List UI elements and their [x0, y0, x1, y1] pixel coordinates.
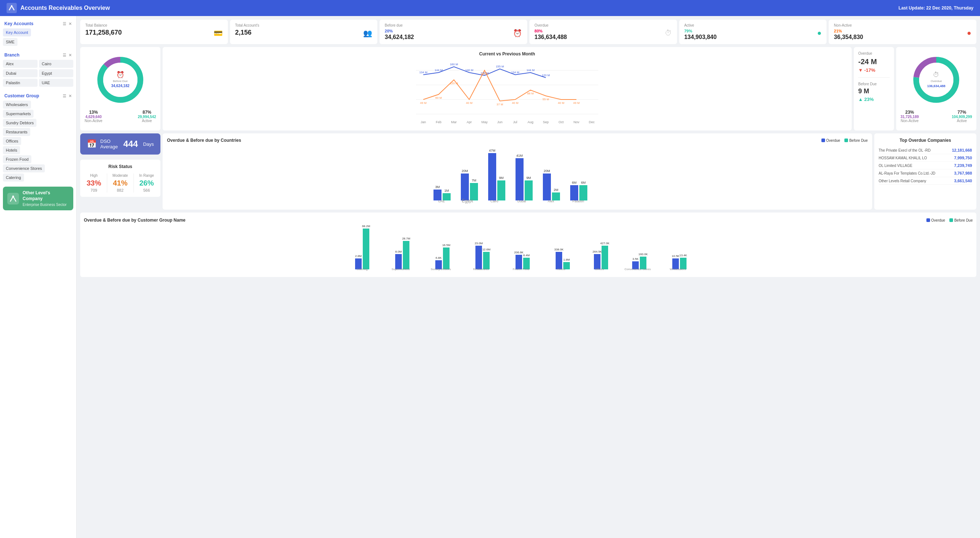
sme-btn[interactable]: SME [3, 38, 18, 46]
branch-palastin[interactable]: Palastin [3, 79, 38, 87]
svg-text:160 M: 160 M [450, 63, 458, 66]
branch-grid: Alex Cairo Dubai Egypt Palastin UAE [0, 59, 76, 89]
svg-rect-102 [515, 255, 522, 269]
svg-text:40 M: 40 M [512, 101, 519, 105]
svg-text:Jul: Jul [513, 120, 517, 124]
svg-text:134 M: 134 M [419, 71, 428, 74]
svg-text:20M: 20M [544, 169, 550, 173]
before-due-donut-card: ⏰ Before Due 34,624,182 13% 4,629,640 No… [80, 47, 161, 131]
cg-wholesalers[interactable]: Wholesalers [3, 100, 31, 108]
svg-rect-97 [476, 246, 482, 269]
branch-icons: ☰ ✕ [63, 53, 72, 57]
clock-icon: ⏰ [513, 29, 522, 38]
cg-convenience-stores[interactable]: Convenience Stores [3, 164, 45, 172]
svg-rect-78 [579, 185, 587, 201]
cg-filter-icon[interactable]: ✕ [68, 94, 72, 99]
branch-dubai[interactable]: Dubai [3, 69, 38, 77]
stat-non-active: Non-Active ● 21% 36,354,830 [829, 20, 976, 44]
svg-text:49 M: 49 M [420, 101, 426, 105]
svg-rect-62 [488, 153, 496, 201]
branch-egypt[interactable]: Egypt [39, 69, 74, 77]
svg-text:13.4K: 13.4K [679, 254, 687, 257]
line-chart-svg: Jan Feb Mar Apr May Jun Jul Aug Sep Oct … [167, 59, 847, 125]
svg-text:60 M: 60 M [435, 96, 442, 100]
svg-text:47M: 47M [489, 149, 495, 152]
company-card: Other Level's Company Enterprise Busines… [3, 186, 73, 210]
sidebar: Key Accounts ☰ ✕ Key Account SME Branch … [0, 16, 76, 538]
svg-rect-88 [403, 241, 409, 269]
svg-rect-2 [7, 193, 19, 204]
company-logo-icon [7, 193, 19, 204]
branch-filter-icon[interactable]: ✕ [68, 53, 72, 57]
branch-uae[interactable]: UAE [39, 79, 74, 87]
svg-text:144 M: 144 M [527, 68, 535, 72]
svg-text:Nov: Nov [573, 120, 580, 124]
stat-before-due: Before due ⏰ 20% 34,624,182 [380, 20, 527, 44]
top-companies-card: Top Overdue Companies The Private Execl … [874, 134, 976, 210]
svg-text:140 M: 140 M [480, 72, 489, 75]
header-last-update: Last Update: 22 Dec 2020, Thursday [899, 5, 974, 11]
cg-catering[interactable]: Catering [3, 173, 24, 181]
svg-text:41M: 41M [516, 154, 523, 158]
wallet-icon: 💳 [214, 29, 223, 38]
svg-rect-63 [497, 180, 505, 201]
group-legend-overdue: Overdue [926, 218, 945, 222]
svg-text:Supermarkets: Supermarkets [391, 267, 410, 271]
header: Accounts Receivables Overview Last Updat… [0, 0, 980, 16]
branch-alex[interactable]: Alex [3, 60, 38, 68]
key-accounts-header: Key Accounts ☰ ✕ [0, 20, 76, 28]
company-row-3: OL Limited VILLAGE 7,239,749 [879, 162, 972, 169]
svg-text:Cairo: Cairo [490, 199, 498, 203]
key-accounts-section: Key Accounts ☰ ✕ Key Account SME [0, 20, 76, 48]
inactive-dot-icon: ● [967, 29, 971, 37]
svg-text:Catering: Catering [356, 267, 368, 271]
svg-rect-58 [470, 183, 478, 201]
timer-icon: ⏱ [665, 29, 672, 37]
cg-frozen-food[interactable]: Frozen Food [3, 155, 31, 163]
key-account-btn[interactable]: Key Account [3, 29, 31, 37]
branch-list-icon[interactable]: ☰ [63, 53, 66, 57]
legend-overdue: Overdue [821, 138, 840, 143]
svg-text:UAE: UAE [438, 199, 445, 203]
svg-text:Wholesalers: Wholesalers [670, 267, 686, 271]
filter-icon[interactable]: ✕ [68, 22, 72, 26]
cg-list-icon[interactable]: ☰ [63, 94, 66, 99]
svg-text:49 M: 49 M [573, 101, 580, 105]
svg-rect-72 [543, 173, 551, 201]
group-icon: 👥 [363, 29, 372, 38]
svg-text:Apr: Apr [467, 120, 472, 124]
svg-rect-87 [395, 254, 402, 269]
svg-text:Sep: Sep [543, 120, 549, 124]
svg-text:Restaurants: Restaurants [473, 267, 488, 271]
header-left: Accounts Receivables Overview [6, 3, 110, 13]
bottom-bar-header: Overdue & Before due by Customer Group N… [84, 218, 973, 223]
svg-rect-52 [433, 189, 442, 201]
cg-offices[interactable]: Offices [3, 137, 21, 145]
svg-text:338.0K: 338.0K [554, 248, 564, 251]
svg-text:2M: 2M [554, 188, 558, 192]
customer-group-header: Customer Group ☰ ✕ [0, 92, 76, 100]
risk-in-range: In Range 26% 566 [139, 173, 154, 193]
bottom-row-1: 📅 DSO Average 444 Days Risk Status High … [80, 134, 976, 210]
calendar-icon: 📅 [87, 139, 97, 149]
svg-text:10.5K: 10.5K [672, 255, 680, 258]
group-bar-svg: 2.8M 68.2M Catering 8.0M 28.7M Supermark… [84, 226, 973, 273]
page-title: Accounts Receivables Overview [21, 5, 110, 11]
cg-sundry-debtors[interactable]: Sundry Debtors [3, 119, 37, 127]
svg-rect-83 [363, 229, 369, 269]
svg-text:8.4M: 8.4M [523, 254, 530, 257]
customer-group-icons: ☰ ✕ [63, 94, 72, 99]
before-due-donut: ⏰ Before Due 34,624,182 [95, 54, 146, 105]
overdue-donut: ⏱ Overdue 136,634,488 [911, 54, 962, 105]
svg-text:136,634,488: 136,634,488 [927, 84, 945, 88]
stat-total-balance: Total Balance 💳 171,258,670 [80, 20, 228, 44]
svg-text:Alex: Alex [547, 199, 554, 203]
svg-text:2.8M: 2.8M [355, 255, 362, 258]
list-icon[interactable]: ☰ [63, 22, 66, 26]
legend-before-due: Before Due [845, 138, 868, 143]
cg-supermarkets[interactable]: Supermarkets [3, 110, 33, 118]
cg-hotels[interactable]: Hotels [3, 146, 20, 154]
svg-text:34,624,182: 34,624,182 [111, 84, 129, 88]
cg-restaurants[interactable]: Restaurants [3, 128, 30, 136]
branch-cairo[interactable]: Cairo [39, 60, 74, 68]
